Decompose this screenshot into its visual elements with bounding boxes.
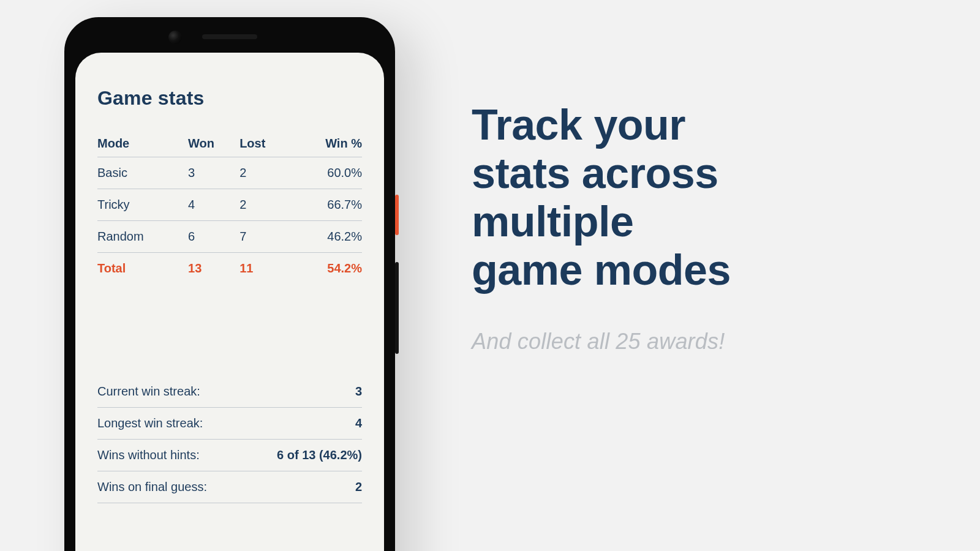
stat-label: Current win streak: — [97, 384, 200, 399]
cell-winpct: 66.7% — [290, 189, 362, 221]
header-mode: Mode — [97, 130, 188, 157]
table-row: Random 6 7 46.2% — [97, 221, 362, 253]
header-lost: Lost — [239, 130, 290, 157]
cell-winpct: 60.0% — [290, 157, 362, 189]
cell-winpct: 46.2% — [290, 221, 362, 253]
cell-winpct-total: 54.2% — [290, 253, 362, 285]
phone-speaker-icon — [202, 34, 257, 39]
cell-lost: 2 — [239, 189, 290, 221]
phone-camera-icon — [168, 31, 182, 44]
extra-stats: Current win streak: 3 Longest win streak… — [97, 376, 362, 503]
table-row: Tricky 4 2 66.7% — [97, 189, 362, 221]
cell-mode-total: Total — [97, 253, 188, 285]
headline-line4: game modes — [472, 246, 925, 294]
list-item: Wins on final guess: 2 — [97, 471, 362, 503]
cell-won: 3 — [188, 157, 239, 189]
headline-line3: multiple — [472, 198, 925, 246]
headline-block: Track your stats across multiple game mo… — [472, 101, 925, 354]
phone-power-button — [395, 195, 399, 235]
cell-lost: 2 — [239, 157, 290, 189]
stats-header-row: Mode Won Lost Win % — [97, 130, 362, 157]
header-winpct: Win % — [290, 130, 362, 157]
stat-label: Wins without hints: — [97, 448, 200, 462]
cell-won: 6 — [188, 221, 239, 253]
cell-lost-total: 11 — [239, 253, 290, 285]
phone-frame: Game stats Mode Won Lost Win % Basic 3 2… — [64, 17, 395, 551]
stat-label: Longest win streak: — [97, 416, 203, 430]
subheadline: And collect all 25 awards! — [472, 329, 925, 354]
cell-mode: Basic — [97, 157, 188, 189]
stat-value: 3 — [355, 384, 362, 399]
stat-value: 4 — [355, 416, 362, 430]
headline: Track your stats across multiple game mo… — [472, 101, 925, 294]
cell-mode: Random — [97, 221, 188, 253]
stats-table: Mode Won Lost Win % Basic 3 2 60.0% Tric… — [97, 130, 362, 284]
table-row-total: Total 13 11 54.2% — [97, 253, 362, 285]
table-row: Basic 3 2 60.0% — [97, 157, 362, 189]
list-item: Longest win streak: 4 — [97, 408, 362, 440]
stat-label: Wins on final guess: — [97, 480, 207, 494]
stat-value: 6 of 13 (46.2%) — [277, 448, 362, 462]
stat-value: 2 — [355, 480, 362, 494]
header-won: Won — [188, 130, 239, 157]
list-item: Wins without hints: 6 of 13 (46.2%) — [97, 440, 362, 471]
headline-line2: stats across — [472, 149, 925, 198]
phone-screen: Game stats Mode Won Lost Win % Basic 3 2… — [75, 53, 384, 551]
cell-mode: Tricky — [97, 189, 188, 221]
cell-won: 4 — [188, 189, 239, 221]
cell-lost: 7 — [239, 221, 290, 253]
cell-won-total: 13 — [188, 253, 239, 285]
list-item: Current win streak: 3 — [97, 376, 362, 408]
phone-volume-button — [395, 262, 399, 354]
headline-line1: Track your — [472, 101, 925, 149]
page-title: Game stats — [97, 87, 362, 110]
